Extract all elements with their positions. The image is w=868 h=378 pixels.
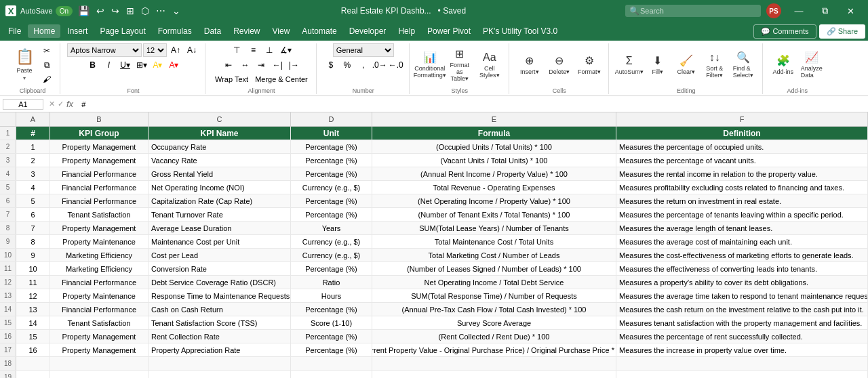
cell-b[interactable]: Financial Performance <box>50 167 149 180</box>
cell-c[interactable]: Maintenance Cost per Unit <box>149 235 291 248</box>
cell-e[interactable]: SUM(Total Response Time) / Number of Req… <box>372 289 616 302</box>
addins-button[interactable]: 🧩 Add-ins <box>770 47 797 83</box>
cell-e[interactable]: Total Marketing Cost / Number of Leads <box>372 249 616 261</box>
redo-icon[interactable]: ↪ <box>110 5 121 16</box>
col-header-b[interactable]: B <box>50 112 149 126</box>
cell-e[interactable]: (Number of Leases Signed / Number of Lea… <box>372 262 616 275</box>
cell-f[interactable]: Measures the percentage of occupied unit… <box>616 140 868 153</box>
menu-insert[interactable]: Insert <box>62 24 93 38</box>
cell-b1[interactable]: KPI Group <box>50 127 149 140</box>
cell-b[interactable]: Property Management <box>50 343 149 356</box>
cell-c[interactable]: Occupancy Rate <box>149 140 291 153</box>
cell-a[interactable] <box>16 357 50 370</box>
cell-e[interactable]: (Occupied Units / Total Units) * 100 <box>372 140 616 153</box>
cell-c[interactable]: Tenant Satisfaction Score (TSS) <box>149 316 291 329</box>
cell-b[interactable]: Tenant Satisfaction <box>50 208 149 221</box>
cell-e[interactable]: Total Revenue - Operating Expenses <box>372 181 616 194</box>
cell-d[interactable] <box>291 371 372 378</box>
cell-a[interactable]: 7 <box>16 222 50 234</box>
cell-f[interactable]: Measures the percentage of tenants leavi… <box>616 208 868 221</box>
cell-c[interactable] <box>149 371 291 378</box>
indent-decrease-icon[interactable]: ←| <box>270 58 285 72</box>
cell-e[interactable]: (Current Property Value - Original Purch… <box>372 343 616 356</box>
minimize-button[interactable]: — <box>787 1 811 20</box>
cell-f[interactable] <box>616 357 868 370</box>
align-top-icon[interactable]: ⊤ <box>229 43 244 57</box>
cell-d[interactable]: Currency (e.g., $) <box>291 235 372 248</box>
insert-function-icon[interactable]: fx <box>66 99 73 109</box>
cell-e[interactable]: (Number of Tenant Exits / Total Tenants)… <box>372 208 616 221</box>
cell-a[interactable]: 9 <box>16 249 50 261</box>
cell-e[interactable] <box>372 371 616 378</box>
confirm-formula-icon[interactable]: ✓ <box>58 100 64 108</box>
menu-formulas[interactable]: Formulas <box>153 24 197 38</box>
menu-home[interactable]: Home <box>28 24 60 38</box>
text-orient-icon[interactable]: ∡▾ <box>278 43 293 57</box>
shapes-icon[interactable]: ⬡ <box>140 5 151 16</box>
merge-center-button[interactable]: Merge & Center <box>252 73 311 85</box>
cell-a[interactable]: 11 <box>16 276 50 289</box>
indent-increase-icon[interactable]: |→ <box>286 58 301 72</box>
col-header-d[interactable]: D <box>291 112 372 126</box>
cell-f[interactable]: Measures a property's ability to cover i… <box>616 276 868 289</box>
menu-review[interactable]: Review <box>228 24 265 38</box>
cell-d[interactable]: Percentage (%) <box>291 140 372 153</box>
cell-b[interactable]: Property Maintenance <box>50 289 149 302</box>
cell-d[interactable]: Years <box>291 222 372 234</box>
restore-button[interactable]: ⧉ <box>812 1 837 20</box>
cell-d[interactable]: Percentage (%) <box>291 303 372 316</box>
currency-icon[interactable]: $ <box>323 58 338 72</box>
fill-color-icon[interactable]: A▾ <box>151 58 165 72</box>
cell-b[interactable]: Property Management <box>50 154 149 167</box>
align-center-icon[interactable]: ↔ <box>237 58 252 72</box>
cell-c[interactable]: Capitalization Rate (Cap Rate) <box>149 194 291 207</box>
search-input[interactable] <box>625 5 761 17</box>
cell-a[interactable]: 1 <box>16 140 50 153</box>
menu-power-pivot[interactable]: Power Pivot <box>422 24 476 38</box>
percent-icon[interactable]: % <box>340 58 355 72</box>
cell-c[interactable]: Vacancy Rate <box>149 154 291 167</box>
cell-f[interactable]: Measures the average time taken to respo… <box>616 289 868 302</box>
cell-reference-input[interactable] <box>3 99 43 110</box>
cell-c[interactable]: Tenant Turnover Rate <box>149 208 291 221</box>
font-color-icon[interactable]: A▾ <box>167 58 182 72</box>
align-middle-icon[interactable]: ≡ <box>245 43 260 57</box>
cell-c[interactable]: Property Appreciation Rate <box>149 343 291 356</box>
cell-a[interactable]: 5 <box>16 194 50 207</box>
analyze-data-button[interactable]: 📈 AnalyzeData <box>798 47 825 83</box>
menu-data[interactable]: Data <box>199 24 226 38</box>
cell-f[interactable]: Measures the return on investment in rea… <box>616 194 868 207</box>
cell-b[interactable]: Property Maintenance <box>50 235 149 248</box>
cell-f[interactable]: Measures the effectiveness of converting… <box>616 262 868 275</box>
sort-filter-button[interactable]: ↕↓ Sort &Filter▾ <box>701 47 728 83</box>
cell-f[interactable]: Measures the percentage of rent successf… <box>616 330 868 343</box>
cell-styles-button[interactable]: Aa CellStyles▾ <box>476 47 503 83</box>
cell-f[interactable]: Measures the average length of tenant le… <box>616 222 868 234</box>
col-header-c[interactable]: C <box>149 112 291 126</box>
insert-button[interactable]: ⊕ Insert▾ <box>516 47 543 83</box>
cell-a[interactable]: 13 <box>16 303 50 316</box>
increase-font-icon[interactable]: A↑ <box>168 43 183 57</box>
col-header-f[interactable]: F <box>616 112 868 126</box>
cell-c[interactable]: Cost per Lead <box>149 249 291 261</box>
font-family-select[interactable]: Aptos Narrow <box>67 43 142 57</box>
cell-e1[interactable]: Formula <box>372 127 616 140</box>
cell-a[interactable]: 15 <box>16 330 50 343</box>
menu-view[interactable]: View <box>267 24 296 38</box>
grid-icon[interactable]: ⊞ <box>125 5 136 16</box>
formula-input[interactable] <box>79 100 865 108</box>
cell-e[interactable]: (Annual Rent Income / Property Value) * … <box>372 167 616 180</box>
more-icon[interactable]: ⋯ <box>155 5 167 16</box>
cell-d[interactable]: Percentage (%) <box>291 262 372 275</box>
cell-c[interactable]: Debt Service Coverage Ratio (DSCR) <box>149 276 291 289</box>
menu-page-layout[interactable]: Page Layout <box>94 24 151 38</box>
find-select-button[interactable]: 🔍 Find &Select▾ <box>730 47 757 83</box>
cell-a1[interactable]: # <box>16 127 50 140</box>
paste-button[interactable]: 📋 Paste ▾ <box>11 47 38 83</box>
cell-c1[interactable]: KPI Name <box>149 127 291 140</box>
menu-file[interactable]: File <box>3 24 26 38</box>
cell-a[interactable]: 10 <box>16 262 50 275</box>
menu-pk-utility[interactable]: PK's Utility Tool V3.0 <box>477 24 563 38</box>
clear-button[interactable]: 🧹 Clear▾ <box>673 47 700 83</box>
cell-f[interactable]: Measures the average cost of maintaining… <box>616 235 868 248</box>
